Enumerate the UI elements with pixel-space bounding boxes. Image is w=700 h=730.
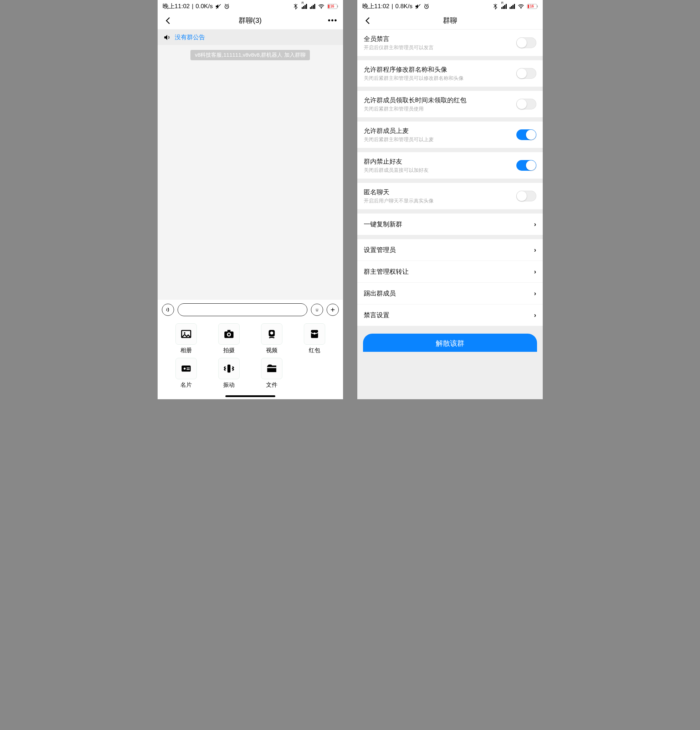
setting-subtitle: 关闭后紧群主和管理员可以修改群名称和头像 (364, 75, 516, 82)
attach-item-card[interactable]: 名片 (165, 358, 208, 389)
wifi-icon (518, 4, 524, 9)
svg-point-9 (228, 334, 230, 336)
toggle-switch[interactable] (516, 160, 536, 171)
toggle-switch[interactable] (516, 68, 536, 79)
phone-chat: 晚上11:02 | 0.0K/s R 16 群聊(3) ••• 没有群公告 v8… (158, 0, 343, 399)
chat-body[interactable]: v8科技客服,111111,v8v8v8,群机器人 加入群聊 (158, 45, 343, 299)
setting-row: 匿名聊天开启后用户聊天不显示真实头像 (357, 183, 543, 209)
setting-title: 群内禁止好友 (364, 157, 516, 166)
mute-icon (415, 3, 421, 10)
card-icon (175, 358, 197, 379)
setting-title: 匿名聊天 (364, 188, 516, 196)
nav-label: 设置管理员 (364, 245, 396, 254)
setting-title: 允许群程序修改群名称和头像 (364, 65, 516, 74)
svg-point-16 (183, 368, 186, 369)
alarm-icon (224, 3, 230, 10)
chevron-right-icon: › (534, 311, 536, 319)
nav-label: 群主管理权转让 (364, 267, 409, 276)
svg-point-6 (184, 332, 185, 334)
toggle-list: 全员禁言开启后仅群主和管理员可以发言允许群程序修改群名称和头像关闭后紧群主和管理… (357, 29, 543, 209)
toggle-switch[interactable] (516, 129, 536, 140)
setting-row: 群内禁止好友关闭后群成员直接可以加好友 (357, 152, 543, 178)
bluetooth-icon (492, 3, 498, 10)
chat-nav: 群聊(3) ••• (158, 12, 343, 29)
setting-subtitle: 关闭后紧群主和管理员可以上麦 (364, 137, 516, 143)
system-message: v8科技客服,111111,v8v8v8,群机器人 加入群聊 (190, 50, 310, 60)
attach-label: 振动 (223, 381, 235, 389)
speaker-icon (163, 34, 171, 41)
setting-title: 允许群成员上麦 (364, 127, 516, 135)
svg-point-3 (316, 309, 316, 310)
signal-icon-1: R (302, 4, 307, 9)
status-time: 晚上11:02 (162, 2, 190, 10)
nav-row[interactable]: 设置管理员› (357, 239, 543, 261)
toggle-switch[interactable] (516, 191, 536, 201)
svg-point-14 (313, 333, 316, 335)
attach-item-redpacket[interactable]: 红包 (293, 323, 336, 354)
svg-rect-19 (227, 365, 230, 373)
phone-settings: 晚上11:02 | 0.8K/s R 16 群聊 全员禁言开启后仅群主和管理员可… (357, 0, 543, 399)
attach-label: 名片 (180, 381, 192, 389)
chevron-right-icon: › (534, 220, 536, 228)
more-icon[interactable]: ••• (328, 16, 337, 25)
setting-subtitle: 关闭后紧群主和管理员使用 (364, 106, 516, 112)
attach-item-vibrate[interactable]: 振动 (208, 358, 250, 389)
input-row (158, 299, 343, 320)
setting-title: 允许群成员领取长时间未领取的红包 (364, 96, 516, 104)
nav-row[interactable]: 禁言设置› (357, 304, 543, 326)
wifi-icon (318, 4, 324, 9)
file-icon (261, 358, 282, 379)
chevron-right-icon: › (534, 268, 536, 276)
setting-row: 允许群程序修改群名称和头像关闭后紧群主和管理员可以修改群名称和头像 (357, 60, 543, 87)
chat-title: 群聊(3) (238, 16, 262, 25)
attach-item-camera[interactable]: 拍摄 (208, 323, 250, 354)
attach-item-image[interactable]: 相册 (165, 323, 208, 354)
redpacket-icon (304, 323, 325, 345)
settings-scroll[interactable]: 全员禁言开启后仅群主和管理员可以发言允许群程序修改群名称和头像关闭后紧群主和管理… (357, 29, 543, 399)
back-icon[interactable] (363, 16, 372, 25)
message-input[interactable] (178, 303, 307, 316)
status-bar: 晚上11:02 | 0.8K/s R 16 (357, 0, 543, 12)
toggle-switch[interactable] (516, 99, 536, 110)
video-icon (261, 323, 282, 345)
home-indicator[interactable] (225, 395, 275, 397)
plus-button[interactable] (327, 304, 339, 316)
setting-title: 全员禁言 (364, 35, 516, 43)
nav-row[interactable]: 踢出群成员› (357, 283, 543, 304)
voice-button[interactable] (162, 304, 174, 316)
announcement-bar[interactable]: 没有群公告 (158, 29, 343, 45)
nav-section-2: 设置管理员›群主管理权转让›踢出群成员›禁言设置› (357, 239, 543, 326)
status-bar: 晚上11:02 | 0.0K/s R 16 (158, 0, 343, 12)
attach-item-video[interactable]: 视频 (250, 323, 293, 354)
setting-subtitle: 关闭后群成员直接可以加好友 (364, 167, 516, 174)
settings-title: 群聊 (443, 16, 457, 25)
setting-row: 全员禁言开启后仅群主和管理员可以发言 (357, 29, 543, 56)
toggle-switch[interactable] (516, 37, 536, 48)
dissolve-button[interactable]: 解散该群 (363, 334, 537, 352)
nav-row[interactable]: 群主管理权转让› (357, 261, 543, 283)
emoji-button[interactable] (311, 304, 323, 316)
attach-item-file[interactable]: 文件 (250, 358, 293, 389)
svg-rect-17 (187, 368, 190, 368)
svg-point-4 (317, 309, 318, 310)
setting-subtitle: 开启后用户聊天不显示真实头像 (364, 198, 516, 204)
attachment-grid: 相册拍摄视频红包名片振动文件 (158, 320, 343, 393)
svg-rect-18 (187, 369, 190, 369)
nav-row[interactable]: 一键复制新群› (357, 213, 543, 235)
setting-subtitle: 开启后仅群主和管理员可以发言 (364, 45, 516, 51)
bluetooth-icon (292, 3, 299, 10)
battery-icon: 16 (327, 4, 338, 9)
settings-nav: 群聊 (357, 12, 543, 29)
back-icon[interactable] (163, 16, 172, 25)
setting-row: 允许群成员领取长时间未领取的红包关闭后紧群主和管理员使用 (357, 91, 543, 117)
svg-rect-15 (181, 366, 191, 372)
battery-icon: 16 (527, 4, 538, 9)
attach-label: 相册 (180, 347, 192, 354)
announcement-text: 没有群公告 (175, 33, 205, 41)
svg-rect-20 (267, 367, 276, 368)
signal-icon-2 (310, 4, 315, 9)
nav-label: 踢出群成员 (364, 289, 396, 298)
svg-point-2 (321, 8, 321, 9)
status-speed: 0.0K/s (196, 3, 212, 10)
sound-icon (165, 307, 171, 313)
